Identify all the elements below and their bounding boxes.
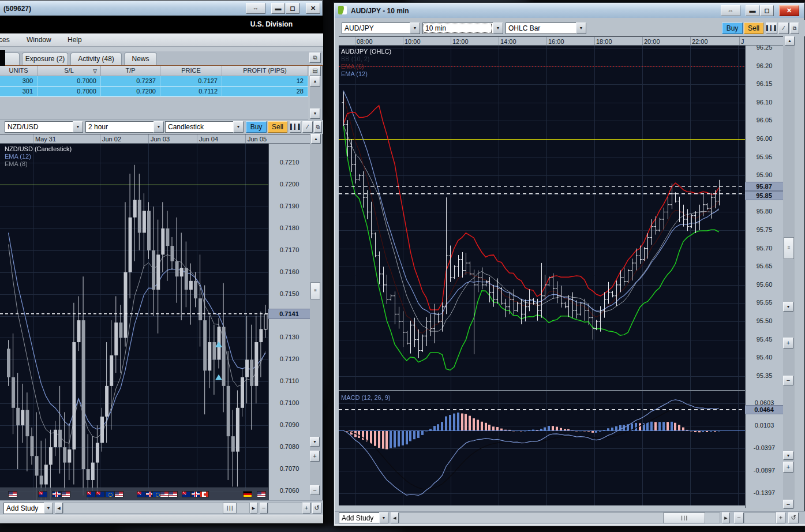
restore-layout-button[interactable]: ⇔ [721, 5, 740, 16]
interval-select-arrow-icon[interactable]: ▼ [153, 121, 164, 133]
reset-view-button[interactable]: ↺ [312, 503, 321, 514]
scroll-down-button[interactable]: ▼ [783, 302, 793, 312]
nzdusd-candlestick-chart[interactable] [0, 144, 268, 500]
price-axis[interactable]: 96.2596.2096.1596.1096.0596.0095.9595.90… [745, 46, 783, 508]
table-cell[interactable]: 300 [0, 76, 38, 87]
h-zoom-track[interactable] [744, 512, 776, 523]
table-cell[interactable]: 12 [222, 76, 308, 87]
right-titlebar[interactable]: AUD/JPY - 10 min ⇔ ▬ ◻ ✕ [335, 3, 804, 18]
interval-select[interactable]: 2 hour [85, 121, 153, 133]
h-zoom-track[interactable] [268, 503, 302, 514]
column-header-tp[interactable]: T/P [101, 66, 160, 76]
table-cell[interactable]: 0.7237 [101, 76, 160, 87]
h-scroll-thumb[interactable]: ┃┃┃ [663, 512, 705, 523]
trendline-tool-icon[interactable]: ∕ [778, 23, 789, 34]
cascade-windows-button[interactable]: ⧉ [309, 53, 321, 63]
detach-window-icon[interactable]: ⧉ [314, 121, 322, 133]
sell-button[interactable]: Sell [744, 23, 763, 34]
audjpy-ohlc-chart[interactable] [339, 46, 745, 505]
bar-chart-icon[interactable]: ▍▎▍ [766, 23, 777, 34]
chart-type-select-arrow-icon[interactable]: ▼ [233, 121, 244, 133]
price-scrollbar[interactable]: ≡ ▼ + − [310, 144, 321, 500]
instrument-select-arrow-icon[interactable]: ▼ [73, 121, 83, 133]
minimize-button[interactable]: ▬ [271, 3, 285, 14]
close-button[interactable]: ✕ [306, 3, 320, 14]
scroll-up-button[interactable]: ▲ [310, 76, 320, 87]
price-scroll-thumb[interactable]: ≡ [310, 282, 320, 299]
interval-select-arrow-icon[interactable]: ▼ [493, 23, 503, 34]
zoom-out-h-button[interactable]: − [260, 503, 268, 514]
scroll-left-button[interactable]: ◀ [391, 512, 399, 523]
zoom-in-button[interactable]: + [783, 338, 793, 349]
menu-item-help[interactable]: Help [68, 36, 82, 44]
column-header-units[interactable]: UNITS [0, 66, 38, 76]
pan-up-button[interactable]: ▲ [311, 134, 321, 144]
price-label: 0.7080 [269, 443, 310, 450]
scroll-down-button[interactable]: ▼ [310, 437, 320, 447]
minimize-button[interactable]: ▬ [746, 5, 759, 16]
add-study-arrow-icon[interactable]: ▼ [379, 512, 388, 523]
table-cell[interactable]: 0.7200 [101, 87, 160, 97]
buy-button[interactable]: Buy [246, 121, 267, 133]
menu-item-window[interactable]: Window [27, 36, 51, 44]
column-header-profitpips[interactable]: PROFIT (PIPS) [222, 66, 308, 76]
zoom-in-h-button[interactable]: + [302, 503, 310, 514]
zoom-out-h-button[interactable]: − [734, 512, 744, 523]
price-label: 96.10 [746, 99, 783, 106]
zoom-in-h-button[interactable]: + [776, 512, 785, 523]
scroll-left-button[interactable]: ◀ [55, 503, 63, 514]
tab-activity[interactable]: Activity (48) [70, 53, 122, 65]
price-axis[interactable]: 0.72100.72000.71900.71800.71700.71600.71… [268, 144, 310, 500]
table-cell[interactable]: 0.7112 [160, 87, 222, 97]
reset-view-button[interactable]: ↺ [788, 512, 799, 523]
zoom-in-button[interactable]: + [310, 451, 320, 462]
scroll-right-button[interactable]: ▶ [722, 512, 730, 523]
table-cell[interactable]: 0.7000 [38, 76, 101, 87]
price-scroll-thumb[interactable]: ≡ [784, 237, 794, 259]
close-button[interactable]: ✕ [779, 5, 799, 16]
table-cell[interactable]: 28 [222, 87, 308, 97]
table-scrollbar[interactable]: ▲ ▼ [310, 76, 321, 120]
macd-zoom-in-button[interactable]: + [783, 462, 793, 473]
maximize-button[interactable]: ◻ [760, 5, 774, 16]
buy-button[interactable]: Buy [722, 23, 743, 34]
pan-up-button[interactable]: ▲ [785, 36, 795, 46]
table-cell[interactable]: 0.7127 [160, 76, 222, 87]
zoom-out-button[interactable]: − [783, 376, 793, 385]
interval-select[interactable]: 10 min [422, 23, 493, 34]
sell-button[interactable]: Sell [268, 121, 287, 133]
h-scroll-thumb[interactable]: ┃┃┃ [223, 503, 237, 514]
column-header-sl[interactable]: S/L∇ [38, 66, 101, 76]
table-cell[interactable]: 301 [0, 87, 38, 97]
zoom-out-button[interactable]: − [310, 485, 320, 495]
macd-zoom-out-button[interactable]: − [783, 500, 793, 509]
chart-type-select[interactable]: Candlestick [165, 121, 233, 133]
au-flag-icon [38, 491, 47, 497]
chart-type-select-arrow-icon[interactable]: ▼ [576, 23, 586, 34]
tab-exposure[interactable]: Exposure (2) [22, 53, 68, 65]
scroll-down-button[interactable]: ▼ [310, 108, 320, 119]
left-titlebar[interactable]: (509627) ⇔ ▬ ◻ ✕ [0, 1, 322, 16]
table-cell[interactable]: 0.7000 [38, 87, 101, 97]
h-scroll-track[interactable] [63, 503, 250, 514]
tab-news[interactable]: News [124, 53, 157, 65]
chart-type-select[interactable]: OHLC Bar [506, 23, 576, 34]
add-study-arrow-icon[interactable]: ▼ [44, 503, 53, 514]
restore-layout-button[interactable]: ⇔ [246, 3, 265, 14]
price-scrollbar[interactable]: ≡ ▼ + − ▼ + − [783, 46, 795, 508]
detach-window-icon[interactable]: ⧉ [790, 23, 799, 34]
instrument-select-arrow-icon[interactable]: ▼ [410, 23, 420, 34]
macd-scroll-down-button[interactable]: ▼ [783, 451, 793, 460]
column-header-price[interactable]: PRICE [160, 66, 222, 76]
instrument-select[interactable]: NZD/USD [5, 121, 73, 133]
scroll-right-button[interactable]: ▶ [250, 503, 257, 514]
menu-item-rces[interactable]: rces [0, 36, 10, 44]
instrument-select[interactable]: AUD/JPY [342, 23, 410, 34]
table-export-button[interactable]: ▤ [309, 66, 321, 76]
maximize-button[interactable]: ◻ [286, 3, 299, 14]
add-study-select[interactable]: Add Study [3, 503, 44, 514]
trendline-tool-icon[interactable]: ∕ [302, 121, 313, 133]
uk-flag-icon [191, 491, 200, 497]
bar-chart-icon[interactable]: ▍▎▍ [290, 121, 301, 133]
add-study-select[interactable]: Add Study [339, 512, 379, 523]
